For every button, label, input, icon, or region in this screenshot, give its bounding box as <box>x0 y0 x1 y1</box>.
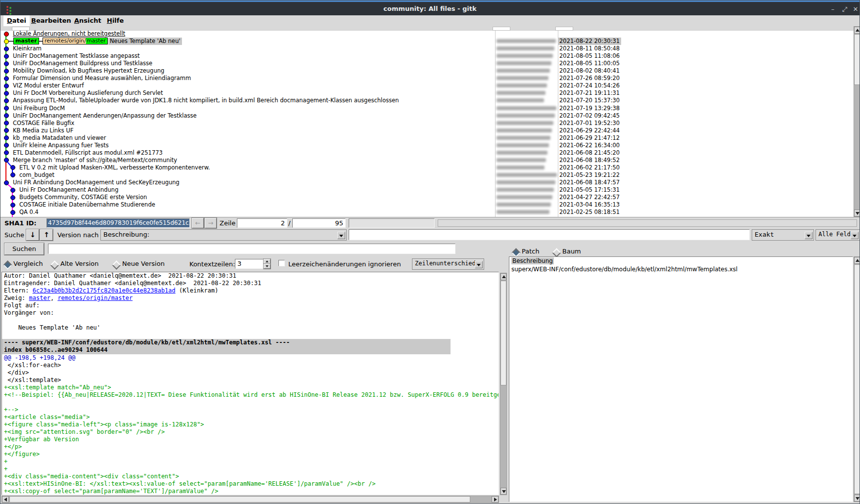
commit-link[interactable]: remotes/origin/master <box>57 294 133 301</box>
commit-dot <box>4 113 9 118</box>
commit-row[interactable]: kb_media Matadaten und viewer2021-06-29 … <box>0 134 854 142</box>
neue-version-radio[interactable] <box>112 260 121 269</box>
commit-subject: Lokale Änderungen, nicht bereitgestellt <box>13 30 125 38</box>
next-commit-button[interactable]: → <box>205 218 217 228</box>
context-spinbox[interactable]: 3 <box>235 259 264 269</box>
commit-row[interactable]: Mobility Download, kb Bugfixes Hypertext… <box>0 67 854 75</box>
menu-item-bearbeiten[interactable]: Bearbeiten <box>28 15 75 26</box>
commit-row[interactable]: Uni Fr DocManagement Anbindung2021-05-05… <box>0 186 854 194</box>
commit-row[interactable]: Uni Freiburg DocM2021-07-19 13:29:38 <box>0 105 854 112</box>
commit-row[interactable]: com_budget2021-05-23 19:21:22 <box>0 171 854 179</box>
commit-subject: ETL Datenmodell, Füllscript aus modul.xm… <box>13 149 163 157</box>
scroll-up-button[interactable] <box>500 273 506 280</box>
scroll-down-button[interactable] <box>854 495 860 502</box>
commit-link[interactable]: 6c23a4b0b3b2d2c175fc820a1e0c44e8238ab1ad <box>33 287 176 294</box>
sha1-input[interactable]: 4735d97b8f44e6d809783019f6ce0fe515d621c2 <box>46 218 190 228</box>
search-fields-combo[interactable]: Alle Felder <box>815 229 860 241</box>
search-type-combo[interactable]: Beschreibung: <box>100 229 347 241</box>
commit-row[interactable]: QA 0.42021-02-25 08:18:51 <box>0 209 854 216</box>
commit-row[interactable]: Formular Dimension und Measure auswählen… <box>0 75 854 82</box>
prev-commit-button[interactable]: ← <box>192 218 204 228</box>
vergleich-radio-selected[interactable] <box>3 260 12 269</box>
spin-down-button[interactable] <box>264 264 271 269</box>
commit-date: 2021-08-05 11:00:05 <box>559 60 620 67</box>
commit-row[interactable]: UniFr DocManagement Testklasse angepasst… <box>0 52 854 60</box>
baum-radio[interactable] <box>552 248 561 257</box>
branch-tag[interactable]: master <box>13 38 39 44</box>
scroll-left-button[interactable] <box>2 496 9 503</box>
commit-row[interactable]: UniFr DocManagement Buildpress und Testk… <box>0 60 854 67</box>
details-pane[interactable]: Autor: Daniel Quathamer <danielq@memtext… <box>1 272 499 495</box>
commit-list-scrollbar[interactable] <box>854 26 860 217</box>
file-item[interactable]: superx/WEB-INF/conf/edustore/db/module/k… <box>509 265 853 274</box>
maximize-button[interactable]: ⤢ <box>839 4 850 14</box>
find-input[interactable] <box>48 244 455 254</box>
title-bar[interactable]: community: All files - gitk – ⤢ ✕ <box>0 0 860 15</box>
author-name-blurred <box>497 121 553 125</box>
minimize-button[interactable]: – <box>827 4 838 14</box>
scroll-up-button[interactable] <box>854 257 860 264</box>
scroll-thumb[interactable] <box>500 281 506 385</box>
remote-tag[interactable]: remotes/origin/master <box>43 38 108 44</box>
match-mode-combo[interactable]: Exakt <box>752 229 814 241</box>
diff-line: +Verfügbar ab Version <box>2 436 498 443</box>
spin-up-button[interactable] <box>264 259 271 264</box>
commit-row[interactable]: masterremotes/origin/masterNeues Templat… <box>0 38 854 45</box>
scroll-thumb[interactable] <box>854 264 860 494</box>
file-item[interactable]: Beschreibung <box>509 257 853 265</box>
scroll-thumb[interactable] <box>854 34 860 85</box>
scroll-down-button[interactable] <box>500 488 506 495</box>
whitespace-checkbox[interactable] <box>278 260 285 266</box>
menu-item-ansicht[interactable]: Ansicht <box>71 15 105 26</box>
search-down-button[interactable]: ↓ <box>26 229 39 241</box>
close-button[interactable]: ✕ <box>850 4 860 14</box>
commit-row[interactable]: Uni Fr DocM Vorbereitung Auslieferung du… <box>0 89 854 97</box>
search-up-button[interactable]: ↑ <box>40 229 53 241</box>
scroll-thumb[interactable] <box>9 496 470 503</box>
commit-row[interactable]: ETL Datenmodell, Füllscript aus modul.xm… <box>0 149 854 157</box>
file-list-pane[interactable]: Beschreibungsuperx/WEB-INF/conf/edustore… <box>509 256 853 502</box>
commit-row[interactable]: UniFr DocManangement Aenderungen/Anpassu… <box>0 112 854 120</box>
chevron-down-icon[interactable] <box>475 261 483 268</box>
detail-meta-line <box>2 317 498 324</box>
version-nach-label: Version nach <box>57 231 99 239</box>
file-item-label[interactable]: superx/WEB-INF/conf/edustore/db/module/k… <box>511 266 737 273</box>
commit-dot <box>4 39 9 44</box>
commit-row[interactable]: Anpassung ETL-Modul, TableUploader wurde… <box>0 97 854 104</box>
commit-row[interactable]: Uni FR Anbindung DocManagement und SecKe… <box>0 179 854 186</box>
commit-row[interactable]: VIZ Modul erster Entwurf2021-07-24 10:54… <box>0 82 854 89</box>
commit-row[interactable]: COSTAGE Fälle Bugfix2021-07-01 19:52:30 <box>0 120 854 127</box>
scroll-right-button[interactable] <box>492 496 498 503</box>
scroll-up-button[interactable] <box>854 27 860 34</box>
search-input[interactable] <box>349 229 750 240</box>
commit-list-pane[interactable]: Lokale Änderungen, nicht bereitgestelltm… <box>0 26 854 217</box>
line-diff-combo[interactable]: Zeilenunterschied <box>412 258 484 270</box>
line-current-field[interactable]: 2 <box>237 218 287 228</box>
chevron-down-icon[interactable] <box>851 232 859 239</box>
file-list-scrollbar[interactable] <box>854 256 860 502</box>
commit-dot <box>4 128 9 133</box>
commit-row[interactable]: UniFr kleine Anpassung fuer Tests2021-06… <box>0 142 854 149</box>
alte-version-radio[interactable] <box>50 260 59 269</box>
whitespace-label: Leerzeichenänderungen ignorieren <box>288 260 401 268</box>
commit-link[interactable]: master <box>29 294 50 301</box>
diff-line: @@ -198,5 +198,24 @@ <box>2 354 498 362</box>
patch-radio-selected[interactable] <box>511 248 520 257</box>
commit-row[interactable]: Kleinkram2021-08-11 08:50:48 <box>0 45 854 52</box>
scroll-down-button[interactable] <box>854 210 860 216</box>
details-scrollbar[interactable] <box>500 273 507 495</box>
author-name-blurred <box>497 76 548 80</box>
chevron-down-icon[interactable] <box>805 232 813 239</box>
commit-row[interactable]: Merge branch 'master' of ssh://gitea/Mem… <box>0 157 854 164</box>
commit-row[interactable]: Lokale Änderungen, nicht bereitgestellt <box>0 30 854 38</box>
details-hscrollbar[interactable] <box>1 496 499 503</box>
commit-row[interactable]: COSTAGE initiale Datenübernahme Studiere… <box>0 201 854 209</box>
commit-row[interactable]: Budgets Community, COSTAGE erste Version… <box>0 194 854 201</box>
commit-row[interactable]: ETL V 0.2 mit Upload Masken-XML, verbess… <box>0 164 854 171</box>
menu-item-datei[interactable]: Datei <box>3 15 30 26</box>
menu-item-hilfe[interactable]: Hilfe <box>103 15 127 26</box>
chevron-down-icon[interactable] <box>337 232 345 239</box>
commit-row[interactable]: KB Media zu Links UF2021-06-29 22:42:44 <box>0 127 854 134</box>
find-button[interactable]: Suchen <box>4 243 44 255</box>
file-item-label[interactable]: Beschreibung <box>511 257 554 264</box>
